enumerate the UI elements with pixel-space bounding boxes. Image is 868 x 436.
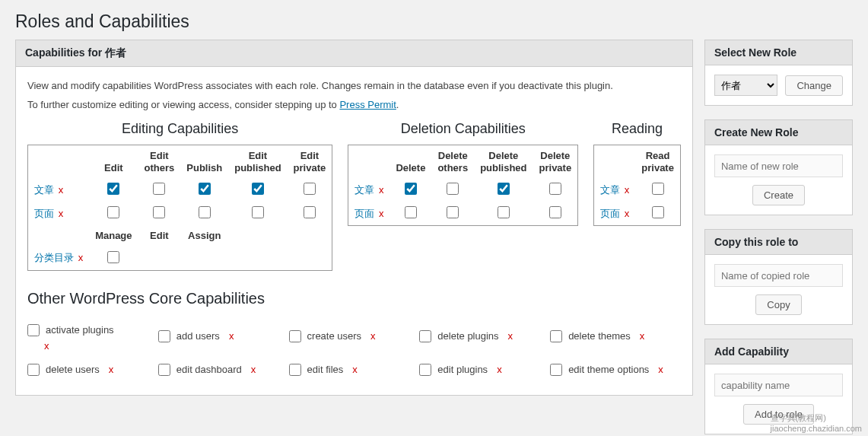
row-label-posts[interactable]: 文章: [600, 184, 620, 196]
core-cap-checkbox[interactable]: [27, 324, 40, 336]
cap-publish-pages[interactable]: [199, 206, 211, 218]
cap-manage-categories[interactable]: [107, 251, 119, 263]
capability-name-input[interactable]: [714, 374, 843, 396]
remove-icon[interactable]: x: [379, 184, 384, 196]
core-caps-list: activate pluginsxadd usersxcreate usersx…: [27, 317, 681, 383]
core-cap-item: add usersx: [158, 317, 289, 356]
core-cap-checkbox[interactable]: [550, 364, 562, 376]
core-cap-checkbox[interactable]: [419, 364, 431, 376]
core-cap-checkbox[interactable]: [419, 330, 431, 342]
intro-text-2: To further customize editing or viewing …: [27, 97, 681, 113]
remove-icon[interactable]: x: [625, 208, 630, 219]
core-cap-item: edit pluginsx: [419, 356, 550, 383]
reading-row-pages: 页面 x: [594, 202, 681, 226]
remove-icon[interactable]: x: [508, 330, 513, 342]
col-edit2: Edit: [138, 225, 181, 247]
remove-icon[interactable]: x: [59, 184, 64, 196]
cap-delete-others-posts[interactable]: [447, 183, 459, 195]
cap-delete-published-pages[interactable]: [498, 206, 510, 218]
remove-icon[interactable]: x: [109, 364, 114, 375]
reading-table: Readprivate 文章 x 页面 x: [593, 145, 681, 226]
core-cap-checkbox[interactable]: [289, 330, 301, 342]
cap-read-private-pages[interactable]: [652, 206, 664, 218]
create-button[interactable]: Create: [752, 185, 805, 205]
col-read-private: Readprivate: [635, 145, 680, 179]
core-cap-label: edit files: [307, 364, 344, 375]
editing-row-posts: 文章 x: [28, 178, 332, 202]
core-cap-checkbox[interactable]: [289, 364, 301, 376]
cap-delete-pages[interactable]: [405, 206, 417, 218]
select-role-title: Select New Role: [704, 40, 853, 65]
remove-icon[interactable]: x: [78, 252, 84, 263]
reading-title: Reading: [593, 121, 681, 137]
copy-role-title: Copy this role to: [704, 229, 853, 255]
remove-icon[interactable]: x: [497, 364, 502, 375]
col-edit-private: Editprivate: [288, 145, 332, 179]
core-cap-checkbox[interactable]: [158, 364, 170, 376]
col-delete-others: Deleteothers: [431, 145, 474, 179]
core-cap-item: delete pluginsx: [419, 317, 550, 356]
reading-row-posts: 文章 x: [594, 178, 681, 202]
core-cap-item: edit theme optionsx: [550, 356, 681, 383]
core-cap-label: edit theme options: [568, 364, 649, 375]
cap-delete-posts[interactable]: [405, 183, 417, 195]
col-delete-published: Deletepublished: [474, 145, 533, 179]
row-label-posts[interactable]: 文章: [355, 184, 374, 196]
col-edit-others: Editothers: [138, 145, 181, 179]
core-cap-item: activate pluginsx: [27, 317, 158, 356]
remove-icon[interactable]: x: [229, 330, 234, 342]
core-cap-checkbox[interactable]: [158, 330, 170, 342]
cap-delete-published-posts[interactable]: [498, 183, 510, 195]
copy-button[interactable]: Copy: [755, 294, 801, 315]
core-cap-label: delete themes: [568, 330, 631, 342]
remove-icon[interactable]: x: [370, 330, 376, 342]
col-publish: Publish: [180, 145, 228, 179]
copied-role-name-input[interactable]: [714, 264, 843, 287]
page-title: Roles and Capabilities: [15, 0, 853, 40]
core-cap-checkbox[interactable]: [550, 330, 562, 342]
cap-edit-published-pages[interactable]: [252, 206, 264, 218]
cap-edit-posts[interactable]: [107, 183, 119, 195]
cap-delete-others-pages[interactable]: [447, 206, 459, 218]
core-cap-label: edit plugins: [437, 364, 488, 375]
row-label-pages[interactable]: 页面: [34, 208, 54, 219]
core-cap-label: create users: [307, 330, 362, 342]
editing-table: Edit Editothers Publish Editpublished Ed…: [27, 145, 332, 271]
col-assign: Assign: [180, 225, 228, 247]
cap-publish-posts[interactable]: [199, 183, 211, 195]
cap-edit-published-posts[interactable]: [252, 183, 264, 195]
remove-icon[interactable]: x: [379, 208, 384, 219]
remove-icon[interactable]: x: [640, 330, 645, 342]
editing-row-categories: 分类目录 x: [28, 247, 332, 271]
cap-edit-pages[interactable]: [107, 206, 119, 218]
editing-title: Editing Capabilities: [27, 121, 332, 137]
remove-icon[interactable]: x: [625, 184, 630, 196]
col-edit-published: Editpublished: [228, 145, 287, 179]
capabilities-for-heading: Capabilities for 作者: [15, 40, 693, 67]
remove-icon[interactable]: x: [251, 364, 256, 375]
press-permit-link[interactable]: Press Permit: [339, 99, 396, 110]
core-caps-title: Other WordPress Core Capabilities: [27, 290, 681, 307]
col-delete-private: Deleteprivate: [533, 145, 578, 179]
change-button[interactable]: Change: [785, 75, 843, 96]
core-cap-checkbox[interactable]: [27, 364, 40, 376]
new-role-name-input[interactable]: [714, 154, 843, 177]
cap-edit-others-pages[interactable]: [153, 206, 165, 218]
cap-edit-private-pages[interactable]: [304, 206, 316, 218]
cap-edit-private-posts[interactable]: [304, 183, 316, 195]
row-label-posts[interactable]: 文章: [34, 184, 54, 196]
remove-icon[interactable]: x: [352, 364, 358, 375]
remove-icon[interactable]: x: [44, 340, 49, 352]
cap-edit-others-posts[interactable]: [153, 183, 165, 195]
cap-read-private-posts[interactable]: [652, 183, 664, 195]
row-label-pages[interactable]: 页面: [600, 208, 620, 219]
core-cap-item: delete themesx: [550, 317, 681, 356]
row-label-categories[interactable]: 分类目录: [34, 252, 74, 263]
row-label-pages[interactable]: 页面: [355, 208, 374, 219]
remove-icon[interactable]: x: [658, 364, 663, 375]
remove-icon[interactable]: x: [59, 208, 64, 219]
role-select[interactable]: 作者: [714, 75, 778, 96]
cap-delete-private-pages[interactable]: [549, 206, 561, 218]
cap-delete-private-posts[interactable]: [549, 183, 561, 195]
core-cap-label: delete users: [46, 364, 100, 375]
